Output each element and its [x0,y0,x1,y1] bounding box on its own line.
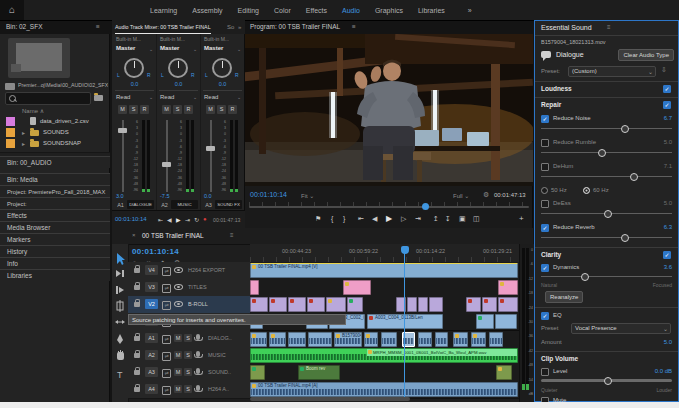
reduce-reverb-value[interactable]: 6.3 [664,224,672,230]
mixer-tab-overflow-icon[interactable]: » [238,20,241,34]
clip-dialogue[interactable] [308,332,332,347]
clip-dialogue[interactable] [453,332,468,347]
razor-tool[interactable] [117,300,123,312]
voiceover-mic-icon[interactable] [196,334,200,340]
panel-tab-bin-00-audio[interactable]: Bin: 00_AUDIO [0,156,110,168]
timeline-horizontal-scrollbar[interactable] [250,397,410,401]
close-icon[interactable]: × [132,232,136,238]
go-to-in-icon[interactable]: ⇤ [158,216,163,223]
step-back-icon[interactable]: ◀ [372,215,377,223]
clip-sfx[interactable]: Boom rev [298,365,340,380]
lane-v2-broll[interactable] [250,296,519,314]
go-to-out-icon[interactable]: ⇥ [415,215,421,223]
clear-audio-type-button[interactable]: Clear Audio Type [618,49,674,61]
output-select[interactable]: Master [204,45,223,51]
solo-button[interactable]: S [129,105,138,114]
lock-icon[interactable] [134,336,140,341]
deess-checkbox[interactable] [541,200,549,208]
save-preset-icon[interactable]: ⇩ [661,66,667,74]
lane-v4[interactable]: 00 TSB Trailer FINAL.mp4 [V] [250,262,519,280]
workspace-tab-learning[interactable]: Learning [150,7,177,14]
loudness-checkbox[interactable]: ✓ [663,85,671,93]
panel-tab-info[interactable]: Info [0,257,110,269]
volume-fader-track[interactable] [166,120,168,192]
pan-knob[interactable] [124,58,144,78]
clip-volume-section-header[interactable]: Clip Volume [541,355,578,362]
home-icon[interactable]: ⌂ [0,0,24,20]
track-select-forward-tool[interactable] [116,270,124,277]
track-header-a3[interactable]: A3 ⇌ M S SOUND.. [128,364,250,382]
track-name[interactable]: H264 EXPORT [188,267,225,273]
bin-panel-menu-icon[interactable]: ≡ [96,20,100,34]
clarity-section-header[interactable]: Clarity [541,251,561,258]
clarity-checkbox[interactable]: ✓ [663,251,671,259]
track-name[interactable]: SOUND.. [208,369,231,375]
go-to-out-icon[interactable]: ⇥ [185,216,190,223]
sync-lock-icon[interactable]: ⇌ [162,284,171,293]
clip-broll[interactable] [288,297,306,312]
source-patch-v2[interactable]: V2 [145,299,158,309]
new-bin-icon[interactable] [94,93,105,102]
mute-button[interactable]: M [118,105,127,114]
track-target-v3[interactable]: V3 [145,282,158,292]
input-select[interactable]: Built-in M... [116,36,141,42]
clip-dialogue[interactable] [250,332,267,347]
repair-checkbox[interactable]: ✓ [663,101,671,109]
sync-lock-icon[interactable]: ⇌ [162,301,171,310]
track-header-a2[interactable]: A2 ⇌ M S MUSIC [128,347,250,365]
essential-sound-panel-tab[interactable]: Essential Sound [541,24,592,31]
program-playhead-handle[interactable] [422,203,429,210]
workspace-tab-assembly[interactable]: Assembly [192,7,222,14]
panel-tab-markers[interactable]: Markers [0,233,110,245]
workspace-tab-audio[interactable]: Audio [342,7,360,14]
track-name-field[interactable]: MUSIC [171,200,198,209]
clip-broll[interactable] [418,297,428,312]
reduce-noise-checkbox[interactable]: ✓ [541,115,549,123]
type-tool[interactable]: T [117,370,123,380]
track-name[interactable]: H264 A.. [208,386,229,392]
toggle-track-output-icon[interactable] [174,284,183,290]
clip-sfx[interactable] [250,365,265,380]
workspace-tab-color[interactable]: Color [274,7,291,14]
track-header-v2[interactable]: V2 ⇌ B-ROLL [128,296,250,314]
lane-v3-titles[interactable] [250,279,519,297]
clip-broll[interactable] [269,297,287,312]
input-select[interactable]: Built-in M... [204,36,229,42]
timeline-panel-menu-icon[interactable]: ≡ [230,232,234,238]
eq-amount-value[interactable]: 5.0 [664,339,672,345]
fader-db-value[interactable]: -7.5 [160,193,169,199]
extract-icon[interactable]: ↧ [445,215,451,223]
reduce-rumble-slider[interactable] [541,152,672,153]
dynamics-value[interactable]: 3.6 [664,264,672,270]
bin-item-row[interactable]: ▸ SOUNDSNAP [0,138,110,149]
dehum-value[interactable]: 7.1 [664,163,672,169]
panel-tab-effects[interactable]: Effects [0,209,110,221]
lock-icon[interactable] [134,353,140,358]
playhead-line[interactable] [404,252,405,398]
panel-tab-media-browser[interactable]: Media Browser [0,221,110,233]
workspace-tab-effects[interactable]: Effects [306,7,327,14]
clip-broll[interactable] [347,297,363,312]
step-back-icon[interactable]: ◀ [167,216,172,223]
bin-name-column-header[interactable]: Name ∧ [22,107,44,114]
track-target-a1[interactable]: A1 [145,333,158,343]
sync-lock-icon[interactable]: ⇌ [162,335,171,344]
pen-tool[interactable] [117,334,123,344]
play-icon[interactable]: ▶ [386,214,392,223]
clip-dialogue[interactable] [418,332,432,347]
lane-a3-sfx[interactable]: Boom rev [250,364,519,382]
clip-broll[interactable] [498,297,518,312]
toggle-track-output-icon[interactable] [174,301,183,307]
sync-lock-icon[interactable]: ⇌ [162,369,171,378]
reduce-rumble-checkbox[interactable] [541,139,549,147]
slip-tool[interactable] [115,320,125,324]
track-header-a1[interactable]: A1 ⇌ M S DIALOG.. [128,330,250,348]
pan-knob[interactable] [168,58,188,78]
sync-lock-icon[interactable]: ⇌ [162,386,171,395]
clip-broll[interactable] [429,297,443,312]
program-panel-menu-icon[interactable]: ≡ [352,20,356,34]
eq-checkbox[interactable]: ✓ [541,312,549,320]
track-name[interactable]: DIALOG.. [208,335,232,341]
reduce-rumble-value[interactable]: 5.0 [664,139,672,145]
solo-button[interactable]: S [184,334,192,342]
